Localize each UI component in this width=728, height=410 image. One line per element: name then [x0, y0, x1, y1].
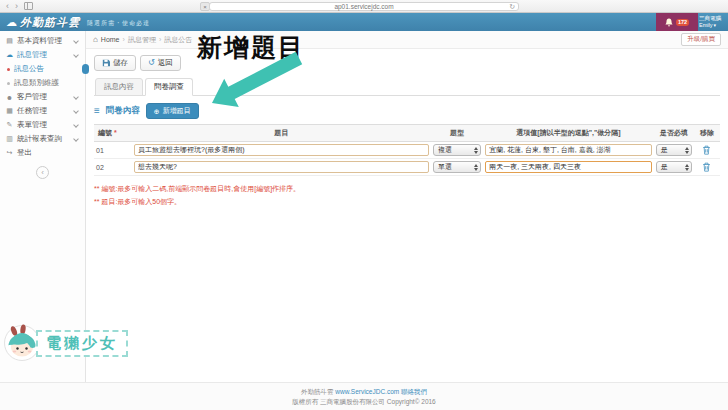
sidebar-item-customers[interactable]: ☻ 客戶管理 [0, 90, 85, 104]
header-remove: 移除 [694, 125, 720, 142]
sidebar-item-label: 客戶管理 [17, 92, 47, 102]
browser-forward-icon[interactable]: › [15, 1, 18, 12]
form-notes: ** 編號:最多可輸入二碼,前端顯示問卷題目時,會使用[編號]作排序。 ** 題… [94, 183, 720, 208]
question-type-select[interactable]: 複選 [433, 144, 481, 156]
annotation-arrow-icon [204, 48, 304, 112]
sidebar-item-messages[interactable]: ☁ 訊息管理 [0, 48, 85, 62]
notification-button[interactable]: 172 [656, 13, 698, 31]
sidebar-item-label: 訊息管理 [17, 50, 47, 60]
chevron-down-icon [73, 94, 79, 100]
sidebar-item-message-announcement[interactable]: 訊息公告 [0, 62, 85, 76]
header-required: 是否必填 [654, 125, 694, 142]
home-icon: ⌂ [93, 35, 98, 44]
dot-icon [7, 82, 10, 85]
note-question-limit: ** 題目:最多可輸入50個字。 [94, 196, 720, 209]
question-input[interactable] [134, 161, 429, 173]
question-number: 02 [94, 159, 132, 176]
sidebar-item-tasks[interactable]: ▦ 任務管理 [0, 104, 85, 118]
users-icon: ☻ [5, 94, 14, 101]
tasks-icon: ▦ [5, 107, 14, 115]
sidebar-toggle-icon[interactable] [24, 2, 33, 10]
undo-icon: ↺ [148, 59, 155, 67]
page-footer: 外勤筋斗雲 www.ServiceJDC.com 聯絡我們 版權所有 三商電腦股… [0, 382, 728, 410]
question-type-value: 單選 [438, 162, 452, 172]
select-stepper-icon [685, 164, 689, 171]
sidebar-item-label: 訊息公告 [14, 64, 44, 74]
logout-icon: ↪ [5, 149, 14, 157]
breadcrumb-section: 訊息管理 [128, 35, 156, 45]
breadcrumb-separator: › [159, 36, 161, 43]
options-input[interactable] [485, 144, 652, 156]
header-type: 題型 [431, 125, 483, 142]
tab-bar: 訊息內容 問卷調查 [94, 78, 720, 96]
sidebar-item-label: 表單管理 [17, 120, 47, 130]
breadcrumb-separator: › [123, 36, 125, 43]
save-button[interactable]: 儲存 [94, 55, 136, 71]
required-select[interactable]: 是 [656, 144, 692, 156]
reload-icon[interactable]: ↻ [509, 3, 515, 11]
app-header: ☁ 外勤筋斗雲 隨選所需・使命必達 172 三商電腦 Emily▾ [0, 13, 728, 31]
sidebar-item-basic-data[interactable]: ▤ 基本資料管理 [0, 34, 85, 48]
remove-question-button[interactable] [702, 162, 711, 172]
sidebar-item-forms[interactable]: ✎ 表單管理 [0, 118, 85, 132]
notification-count-badge: 172 [676, 19, 689, 26]
sidebar-collapse-button[interactable]: ‹ [36, 166, 49, 179]
chevron-down-icon [73, 38, 79, 44]
watermark-label: 電獺少女 [36, 330, 128, 357]
footer-copyright: 版權所有 三商電腦股份有限公司 Copyright© 2016 [0, 397, 728, 407]
screenshot-root: ‹ › × ap01.servicejdc.com ↻ ☁ 外勤筋斗雲 隨選所需… [0, 0, 728, 410]
section-title: 問卷內容 [106, 105, 140, 117]
breadcrumb-page: 訊息公告 [164, 35, 192, 45]
address-bar[interactable]: ap01.servicejdc.com ↻ [209, 2, 519, 11]
header-no: 編號 [98, 129, 112, 136]
browser-back-icon[interactable]: ‹ [6, 1, 9, 12]
url-text: ap01.servicejdc.com [334, 3, 393, 10]
sidebar-item-message-category[interactable]: 訊息類別維護 [0, 76, 85, 90]
user-menu[interactable]: 三商電腦 Emily▾ [699, 15, 726, 29]
required-select[interactable]: 是 [656, 161, 692, 173]
tab-survey[interactable]: 問卷調查 [145, 78, 193, 96]
sidebar-item-reports[interactable]: ▥ 統計報表查詢 [0, 132, 85, 146]
header-options: 選項值[請以半型的逗點","做分隔] [483, 125, 654, 142]
breadcrumb-home-link[interactable]: Home [101, 36, 120, 43]
main-panel: ⌂ Home › 訊息管理 › 訊息公告 升級/購買 儲存 [86, 31, 728, 382]
upgrade-purchase-button[interactable]: 升級/購買 [681, 33, 721, 46]
required-value: 是 [661, 162, 668, 172]
question-type-select[interactable]: 單選 [433, 161, 481, 173]
table-row: 01 複選 是 [94, 142, 720, 159]
sidebar-item-logout[interactable]: ↪ 登出 [0, 146, 85, 160]
save-icon [102, 59, 110, 67]
chart-icon: ▥ [5, 135, 14, 143]
back-button[interactable]: ↺ 返回 [140, 55, 181, 71]
chevron-down-icon [73, 136, 79, 142]
question-number: 01 [94, 142, 132, 159]
trash-icon [702, 162, 711, 172]
footer-site-link[interactable]: www.ServiceJDC.com [335, 388, 399, 395]
content-area: 儲存 ↺ 返回 訊息內容 問卷調查 ≡ 問卷內容 ⊕ 新增題 [86, 49, 728, 382]
required-value: 是 [661, 145, 668, 155]
dot-icon [7, 68, 10, 71]
cloud-icon: ☁ [5, 51, 14, 59]
select-stepper-icon [685, 147, 689, 154]
options-input[interactable] [485, 161, 652, 173]
tab-message-content[interactable]: 訊息內容 [95, 78, 143, 96]
survey-question-table: 編號 * 題目 題型 選項值[請以半型的逗點","做分隔] 是否必填 移除 [94, 124, 720, 176]
caret-down-icon: ▾ [713, 22, 716, 28]
add-question-button[interactable]: ⊕ 新增題目 [146, 103, 199, 119]
user-company: 三商電腦 [699, 15, 726, 22]
app-tagline: 隨選所需・使命必達 [87, 19, 150, 28]
active-indicator [82, 64, 89, 74]
question-input[interactable] [134, 144, 429, 156]
footer-contact-link[interactable]: 聯絡我們 [401, 388, 427, 395]
add-question-label: 新增題目 [163, 106, 191, 116]
chevron-down-icon [73, 108, 79, 114]
trash-icon [702, 145, 711, 155]
list-icon: ≡ [94, 106, 100, 116]
remove-question-button[interactable] [702, 145, 711, 155]
plus-circle-icon: ⊕ [154, 108, 160, 115]
breadcrumb: ⌂ Home › 訊息管理 › 訊息公告 升級/購買 [86, 31, 728, 49]
sidebar-item-label: 統計報表查詢 [17, 134, 62, 144]
survey-section-header: ≡ 問卷內容 ⊕ 新增題目 [94, 103, 720, 119]
chevron-down-icon [73, 122, 79, 128]
id-card-icon: ▤ [5, 37, 14, 45]
